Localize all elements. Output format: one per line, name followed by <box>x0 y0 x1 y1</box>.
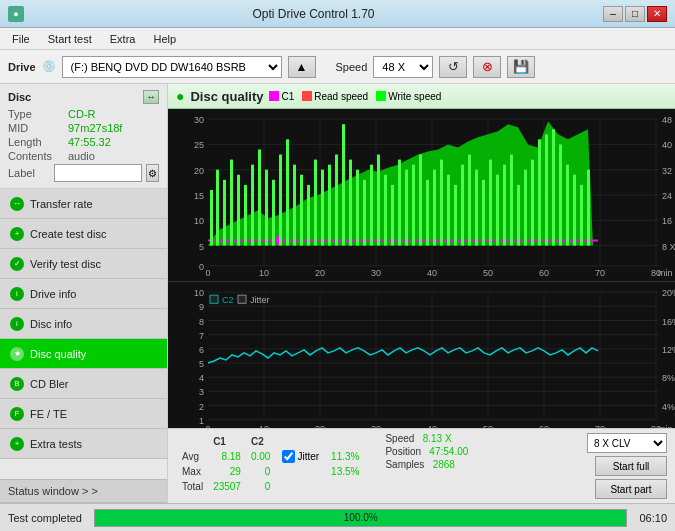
sidebar-item-disc-info[interactable]: i Disc info <box>0 309 167 339</box>
svg-rect-40 <box>356 170 359 246</box>
verify-test-disc-icon: ✓ <box>10 257 24 271</box>
svg-text:4%: 4% <box>662 402 675 412</box>
speed-select[interactable]: 48 X <box>373 56 433 78</box>
jitter-checkbox[interactable] <box>282 450 295 463</box>
speed-label: Speed <box>336 61 368 73</box>
menu-extra[interactable]: Extra <box>102 31 144 47</box>
jitter-checkbox-row: Jitter <box>282 450 319 463</box>
maximize-button[interactable]: □ <box>625 6 645 22</box>
sidebar-item-fe-te[interactable]: F FE / TE <box>0 399 167 429</box>
chart2-svg: C2 Jitter 10 9 8 7 6 5 4 3 2 1 20% <box>168 282 675 428</box>
svg-rect-52 <box>440 160 443 246</box>
start-full-button[interactable]: Start full <box>595 456 667 476</box>
avg-label: Avg <box>178 450 207 463</box>
label-input[interactable] <box>54 164 142 182</box>
svg-text:8: 8 <box>199 316 204 326</box>
menu-help[interactable]: Help <box>145 31 184 47</box>
svg-rect-46 <box>398 160 401 246</box>
disc-info-icon: i <box>10 317 24 331</box>
max-jitter: 13.5% <box>327 465 363 478</box>
sidebar-item-label: Verify test disc <box>30 258 101 270</box>
svg-text:12%: 12% <box>662 345 675 355</box>
action-area: 8 X CLV Start full Start part <box>587 433 667 499</box>
max-c1: 29 <box>209 465 245 478</box>
svg-text:0: 0 <box>205 268 210 278</box>
svg-text:8 X: 8 X <box>662 242 675 252</box>
svg-rect-65 <box>531 160 534 246</box>
svg-text:50: 50 <box>483 268 493 278</box>
sidebar-item-cd-bler[interactable]: B CD Bler <box>0 369 167 399</box>
svg-rect-33 <box>307 185 310 246</box>
svg-text:0: 0 <box>199 262 204 272</box>
chart1-area: 30 25 20 15 10 5 0 48 X 40 X 32 X 24 X 1… <box>168 109 675 282</box>
write-legend-label: Write speed <box>388 91 441 102</box>
eject-button[interactable]: ▲ <box>288 56 316 78</box>
content-header: ● Disc quality C1 Read speed Write speed <box>168 84 675 109</box>
sidebar-item-label: Drive info <box>30 288 76 300</box>
svg-text:10: 10 <box>259 268 269 278</box>
label-settings-button[interactable]: ⚙ <box>146 164 159 182</box>
svg-text:min: min <box>658 424 672 428</box>
svg-text:16%: 16% <box>662 316 675 326</box>
erase-button[interactable]: ⊗ <box>473 56 501 78</box>
jitter-label: Jitter <box>297 451 319 462</box>
menu-start-test[interactable]: Start test <box>40 31 100 47</box>
disc-expand-button[interactable]: ↔ <box>143 90 159 104</box>
svg-text:50: 50 <box>483 424 493 428</box>
svg-text:2: 2 <box>199 402 204 412</box>
sidebar-item-disc-quality[interactable]: ★ Disc quality <box>0 339 167 369</box>
svg-text:7: 7 <box>199 331 204 341</box>
svg-text:8%: 8% <box>662 373 675 383</box>
speed-value: 8.13 X <box>423 433 452 444</box>
svg-rect-30 <box>286 139 289 245</box>
svg-text:10: 10 <box>194 288 204 298</box>
drive-select[interactable]: (F:) BENQ DVD DD DW1640 BSRB <box>62 56 282 78</box>
status-window-toggle[interactable]: Status window > > <box>0 479 167 503</box>
clv-select[interactable]: 8 X CLV <box>587 433 667 453</box>
close-button[interactable]: ✕ <box>647 6 667 22</box>
svg-rect-61 <box>503 165 506 246</box>
contents-label: Contents <box>8 150 68 162</box>
svg-text:4: 4 <box>199 373 204 383</box>
sidebar-item-create-test-disc[interactable]: + Create test disc <box>0 219 167 249</box>
svg-rect-23 <box>237 175 240 246</box>
minimize-button[interactable]: – <box>603 6 623 22</box>
sidebar-item-extra-tests[interactable]: + Extra tests <box>0 429 167 459</box>
svg-rect-64 <box>524 170 527 246</box>
svg-text:C2: C2 <box>222 295 234 305</box>
svg-rect-34 <box>314 160 317 246</box>
disc-panel-title: Disc <box>8 91 31 103</box>
svg-rect-24 <box>244 185 247 246</box>
svg-rect-48 <box>412 165 415 246</box>
sidebar-item-transfer-rate[interactable]: ↔ Transfer rate <box>0 189 167 219</box>
svg-text:60: 60 <box>539 424 549 428</box>
position-value: 47:54.00 <box>429 446 468 457</box>
svg-text:40: 40 <box>427 268 437 278</box>
samples-value: 2868 <box>433 459 455 470</box>
svg-text:0: 0 <box>205 424 210 428</box>
position-label: Position <box>385 446 421 457</box>
disc-quality-icon: ★ <box>10 347 24 361</box>
svg-text:40: 40 <box>427 424 437 428</box>
svg-text:60: 60 <box>539 268 549 278</box>
svg-text:Jitter: Jitter <box>250 295 269 305</box>
menu-file[interactable]: File <box>4 31 38 47</box>
svg-text:5: 5 <box>199 242 204 252</box>
svg-rect-28 <box>272 180 275 246</box>
sidebar-item-label: Disc info <box>30 318 72 330</box>
sidebar-item-verify-test-disc[interactable]: ✓ Verify test disc <box>0 249 167 279</box>
length-value: 47:55.32 <box>68 136 111 148</box>
sidebar-item-drive-info[interactable]: i Drive info <box>0 279 167 309</box>
refresh-button[interactable]: ↺ <box>439 56 467 78</box>
fe-te-icon: F <box>10 407 24 421</box>
contents-value: audio <box>68 150 95 162</box>
svg-text:24 X: 24 X <box>662 191 675 201</box>
svg-text:6: 6 <box>199 345 204 355</box>
svg-rect-118 <box>238 295 246 303</box>
svg-rect-53 <box>447 175 450 246</box>
chart-legend: C1 Read speed Write speed <box>269 91 441 102</box>
svg-rect-45 <box>391 185 394 246</box>
save-button[interactable]: 💾 <box>507 56 535 78</box>
start-part-button[interactable]: Start part <box>595 479 667 499</box>
menu-bar: File Start test Extra Help <box>0 28 675 50</box>
